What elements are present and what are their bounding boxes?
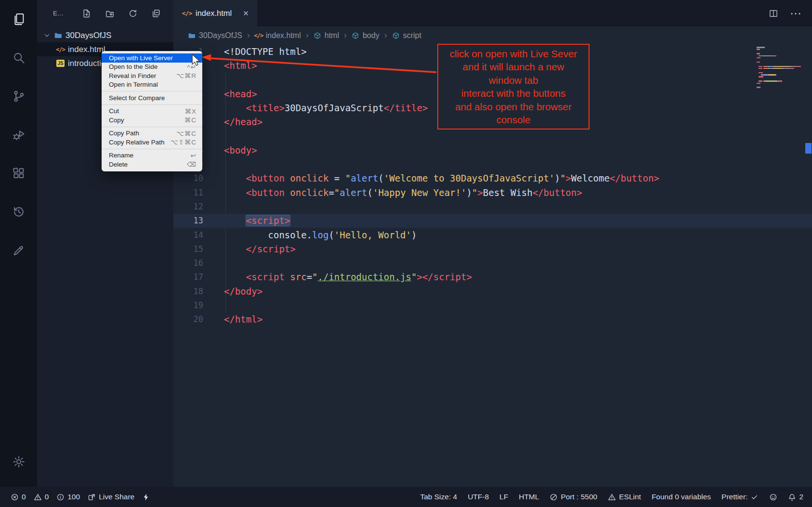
warning-icon [34,493,42,501]
activity-settings[interactable] [0,442,37,481]
annotation-line: and also open the browser [438,100,589,114]
chevron-right-icon: › [306,30,309,40]
code-line-7[interactable]: 7 [173,129,812,143]
activity-run-and-debug[interactable] [0,116,37,154]
code-line-20[interactable]: 20</html> [173,312,812,326]
menu-item-reveal-in-finder[interactable]: Reveal in Finder⌥⌘R [102,71,202,80]
more-actions-button[interactable]: ⋯ [790,8,801,19]
status-language-mode[interactable]: HTML [519,493,539,501]
history-icon [12,205,26,219]
annotation-line: interact with the buttons [438,87,589,100]
code-line-17[interactable]: 17 <script src="./introduction.js"></scr… [173,270,812,284]
annotation-line: console [438,113,589,127]
breadcrumb-30DaysOfJS[interactable]: 30DaysOfJS [188,31,242,40]
activity-extensions[interactable] [0,154,37,193]
menu-item-delete[interactable]: Delete⌫ [102,160,202,169]
share-icon [88,493,96,501]
cube-icon [392,32,400,39]
menu-item-cut[interactable]: Cut⌘X [102,107,202,116]
collapse-folders-button[interactable] [151,9,161,18]
activity-history[interactable] [0,193,37,231]
code-line-10[interactable]: 10 <button onclick = "alert('Welcome to … [173,171,812,185]
minimap[interactable] [757,47,803,89]
activity-search[interactable] [0,39,37,77]
code-line-13[interactable]: 13 <script> [173,214,812,228]
activity-live-share[interactable] [0,231,37,270]
status-errors[interactable]: 0 [11,493,26,501]
tree-item-root[interactable]: 30DaysOfJS [37,28,173,42]
folder-icon [188,32,196,39]
tab-label: index.html [196,9,232,18]
close-icon[interactable]: ✕ [243,9,249,18]
js-icon: JS [56,60,65,67]
split-editor-icon[interactable] [769,9,778,18]
menu-item-open-with-live-server[interactable]: Open with Live Server [102,53,202,63]
breadcrumb-index.html[interactable]: </>index.html [255,31,301,40]
html-icon: </> [56,45,65,53]
status-tab-size[interactable]: Tab Size: 4 [420,493,457,501]
menu-item-copy[interactable]: Copy⌘C [102,116,202,125]
line-number: 12 [173,202,203,211]
status-warnings[interactable]: 0 [34,493,49,501]
folder-icon [54,31,62,39]
html-icon: </> [183,9,191,18]
status-prettier[interactable]: Prettier: [721,493,759,501]
breadcrumb-html[interactable]: html [314,31,339,40]
status-live-server-action[interactable] [142,493,150,501]
menu-item-copy-path[interactable]: Copy Path⌥⌘C [102,129,202,138]
menu-separator [102,104,202,105]
html-icon: </> [255,32,262,39]
breadcrumb-script[interactable]: script [392,31,421,40]
menu-item-copy-relative-path[interactable]: Copy Relative Path⌥⇧⌘C [102,138,202,147]
code-line-19[interactable]: 19 [173,298,812,312]
code-line-15[interactable]: 15 </script> [173,242,812,256]
code-line-11[interactable]: 11 <button onclick="alert('Happy New Yea… [173,185,812,199]
line-number: 11 [173,188,203,197]
editor-actions: ⋯ [769,0,812,26]
status-port[interactable]: Port : 5500 [550,493,597,501]
refresh-explorer-button[interactable] [128,9,138,18]
new-file-button[interactable] [82,9,92,18]
explorer-actions [82,9,161,18]
new-file-icon [82,9,92,18]
activity-source-control[interactable] [0,77,37,116]
status-right: Tab Size: 4UTF-8LFHTMLPort : 5500ESLintF… [420,493,803,501]
menu-separator [102,127,202,127]
status-eol[interactable]: LF [499,493,508,501]
status-info-count[interactable]: 100 [56,493,80,501]
vscode-window: E... 30DaysOfJS</>index.htmlJSintroducti… [0,0,812,507]
info-icon [56,493,65,501]
code-line-16[interactable]: 16 [173,256,812,270]
line-number: 17 [173,272,203,282]
menu-item-rename[interactable]: Rename↩ [102,151,202,160]
activity-explorer[interactable] [0,0,37,39]
line-number: 18 [173,286,203,296]
code-line-9[interactable]: 9 [173,157,812,171]
chevron-right-icon: › [344,30,347,40]
line-number: 20 [173,314,203,324]
code-line-18[interactable]: 18</body> [173,284,812,298]
line-number: 16 [173,258,203,268]
status-encoding[interactable]: UTF-8 [468,493,489,501]
new-folder-button[interactable] [105,9,115,18]
breadcrumb-body[interactable]: body [352,31,380,40]
code-line-8[interactable]: 8<body> [173,143,812,157]
explorer-title: E... [53,10,64,17]
status-feedback[interactable] [769,493,777,501]
tab-index.html[interactable]: </>index.html✕ [173,0,257,26]
status-variables[interactable]: Found 0 variables [652,493,711,501]
annotation-box: click on open with Live Sever and it wil… [437,44,589,130]
menu-item-open-in-terminal[interactable]: Open in Terminal [102,80,202,90]
menu-item-open-to-the-side[interactable]: Open to the Side^↵ [102,63,202,72]
pen-icon [12,244,26,257]
code-line-14[interactable]: 14 console.log('Hello, World') [173,228,812,242]
line-number: 15 [173,244,203,254]
status-eslint[interactable]: ESLint [608,493,641,501]
code-line-12[interactable]: 12 [173,199,812,213]
chevron-right-icon: › [247,30,250,40]
menu-item-select-for-compare[interactable]: Select for Compare [102,93,202,103]
circle-slash-icon [550,493,558,501]
status-live-share[interactable]: Live Share [88,493,134,501]
status-notifications[interactable]: 2 [788,493,803,501]
editor-scrollbar[interactable] [805,44,812,487]
